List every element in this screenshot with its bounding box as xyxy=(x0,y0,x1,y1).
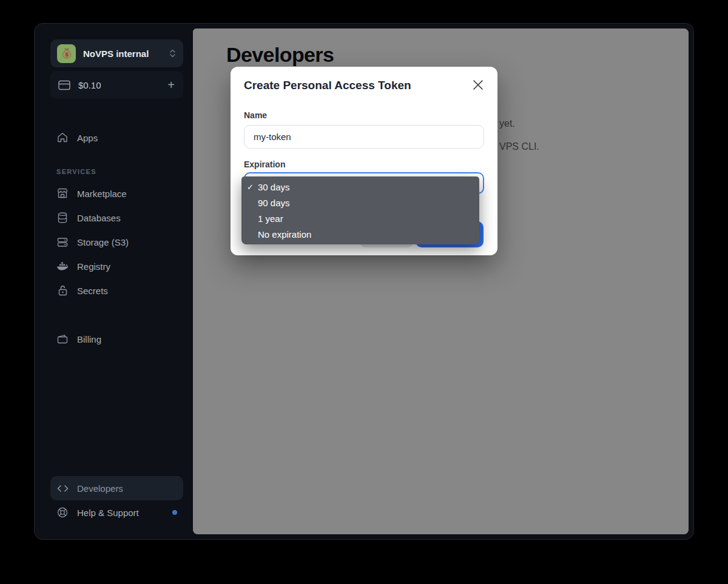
sidebar-item-label: Storage (S3) xyxy=(77,237,129,247)
services-section-header: SERVICES xyxy=(56,168,183,175)
sidebar-item-apps[interactable]: Apps xyxy=(50,126,183,150)
storefront-icon xyxy=(56,188,69,199)
lock-icon xyxy=(56,285,69,296)
money-bag-icon: $ xyxy=(57,44,76,63)
option-label: No expiration xyxy=(258,229,311,240)
dropdown-option-1-year[interactable]: 1 year xyxy=(241,210,479,226)
sidebar-item-label: Apps xyxy=(77,133,98,143)
sidebar-item-billing[interactable]: Billing xyxy=(50,327,183,351)
name-field-label: Name xyxy=(244,110,267,120)
sidebar-item-label: Help & Support xyxy=(77,508,139,518)
create-token-modal: Create Personal Access Token Name Expira… xyxy=(231,67,497,255)
life-ring-icon xyxy=(56,507,69,518)
modal-title: Create Personal Access Token xyxy=(244,79,411,92)
wallet-icon xyxy=(56,334,69,344)
option-label: 1 year xyxy=(258,213,283,224)
sidebar-item-marketplace[interactable]: Marketplace xyxy=(50,181,183,206)
sidebar-item-registry[interactable]: Registry xyxy=(50,254,183,278)
wallet-card-icon xyxy=(58,80,70,90)
option-label: 90 days xyxy=(258,198,290,208)
sidebar-item-label: Secrets xyxy=(77,286,108,296)
sidebar-item-label: Marketplace xyxy=(77,189,127,199)
expiration-field-label: Expiration xyxy=(244,159,285,169)
database-icon xyxy=(56,212,69,223)
dropdown-option-no-expiration[interactable]: No expiration xyxy=(241,226,479,242)
dropdown-option-30-days[interactable]: ✓ 30 days xyxy=(241,179,479,195)
checkmark-icon: ✓ xyxy=(247,183,254,192)
sidebar-item-databases[interactable]: Databases xyxy=(50,206,183,230)
sidebar-item-secrets[interactable]: Secrets xyxy=(50,278,183,303)
expiration-dropdown-menu: ✓ 30 days 90 days 1 year No expiration xyxy=(241,176,479,244)
sidebar-item-label: Databases xyxy=(77,213,121,223)
workspace-name: NoVPS internal xyxy=(83,49,162,59)
notification-dot xyxy=(172,510,177,515)
token-name-input[interactable] xyxy=(244,125,484,149)
docker-whale-icon xyxy=(56,261,69,271)
add-funds-button[interactable]: + xyxy=(167,79,175,91)
sidebar-item-label: Billing xyxy=(77,334,101,344)
close-icon[interactable] xyxy=(471,78,485,92)
sidebar: $ NoVPS internal $0.10 + xyxy=(35,24,193,539)
home-icon xyxy=(56,132,69,143)
sidebar-item-developers[interactable]: Developers xyxy=(50,476,183,500)
workspace-selector[interactable]: $ NoVPS internal xyxy=(50,39,183,67)
balance-amount: $0.10 xyxy=(78,80,160,90)
svg-text:$: $ xyxy=(65,52,68,58)
chevron-up-down-icon xyxy=(169,49,176,58)
sidebar-item-storage[interactable]: Storage (S3) xyxy=(50,230,183,254)
sidebar-item-label: Developers xyxy=(77,483,123,494)
sidebar-item-label: Registry xyxy=(77,261,110,272)
server-icon xyxy=(56,237,69,247)
dropdown-option-90-days[interactable]: 90 days xyxy=(241,195,479,210)
option-label: 30 days xyxy=(258,182,290,192)
sidebar-item-help-support[interactable]: Help & Support xyxy=(50,500,183,525)
balance-panel: $0.10 + xyxy=(50,71,183,99)
code-icon xyxy=(56,485,69,492)
